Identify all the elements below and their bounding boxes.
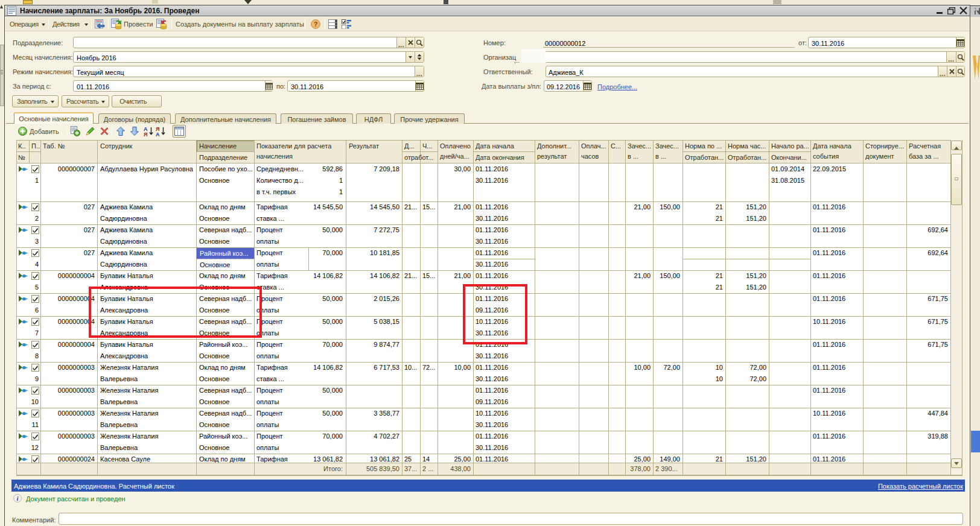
svg-text:Я: Я — [144, 132, 147, 137]
svg-text:?: ? — [314, 21, 318, 28]
svg-text:А: А — [156, 132, 160, 137]
